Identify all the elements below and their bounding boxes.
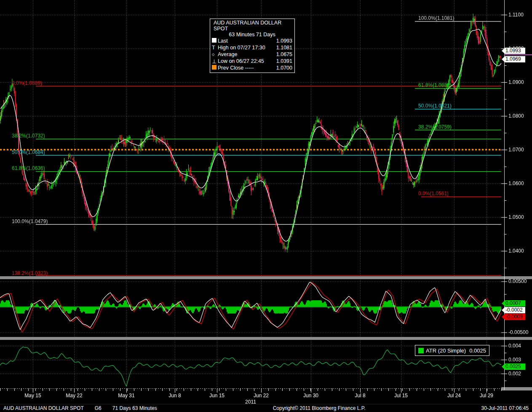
date-axis-label: Jul 8: [345, 393, 375, 399]
date-axis-label: May 31: [112, 393, 141, 399]
info-row-value: 1.1081: [276, 45, 292, 51]
fib-retracement-label[interactable]: 50.0%(1.0821): [418, 103, 452, 109]
status-copyright: Copyright© 2011 Bloomberg Finance L.P.: [157, 405, 481, 411]
oscillator-axis-label: -0.00500: [508, 329, 528, 335]
status-period: 71 Days 63 Minutes: [112, 405, 157, 411]
info-box-row: Last1.0993: [212, 38, 292, 44]
status-instrument: AUD AUSTRALIAN DOLLAR SPOT: [3, 405, 84, 411]
last-price-gutter-line: [504, 54, 532, 55]
low-marker-icon: ⊥: [212, 58, 218, 65]
atr-marker-tag[interactable]: 0.0025: [502, 364, 525, 370]
fib-retracement-label[interactable]: 100.0%(1.0479): [12, 218, 48, 224]
price-axis-label: 1.0400: [508, 248, 524, 254]
fib-retracement-label[interactable]: 38.2%(1.0732): [12, 133, 45, 139]
date-axis-label: Jul 15: [386, 393, 416, 399]
price-marker-tag[interactable]: 1.0969: [502, 56, 525, 62]
white-swatch-icon: [212, 38, 218, 44]
fib-retracement-label[interactable]: 50.0%(1.0684): [12, 149, 45, 155]
info-box-subtitle: 63 Minutes 71 Days: [212, 32, 292, 38]
info-box-row: THigh on 07/27 17:301.1081: [212, 44, 292, 51]
status-code: G6: [95, 405, 102, 411]
chart-info-box[interactable]: AUD AUSTRALIAN DOLLAR SPOT 63 Minutes 71…: [210, 19, 295, 73]
status-datetime: 30-Jul-2011 07:06:45: [481, 405, 529, 411]
info-row-label: Last: [218, 38, 276, 44]
info-box-title: AUD AUSTRALIAN DOLLAR SPOT: [212, 20, 292, 32]
fib-retracement-label[interactable]: 61.8%(1.0636): [12, 165, 45, 171]
atr-legend-label: ATR (20 Simple): [426, 347, 466, 354]
date-axis-label: Jun 8: [160, 393, 190, 399]
info-box-row: Prev Close -----1.0700: [212, 65, 292, 71]
atr-swatch-icon: [418, 348, 424, 353]
price-axis-label: 1.1100: [508, 12, 524, 18]
info-row-label: High on 07/27 17:30: [218, 45, 276, 51]
oscillator-axis-label: 0.00500: [508, 278, 527, 284]
info-box-row: ⊥Low on 06/27 22:451.0391: [212, 58, 292, 65]
atr-axis-label: 0.002: [508, 371, 521, 377]
date-axis-label: Jul 24: [439, 393, 469, 399]
bloomberg-chart-window: 1.11001.10001.09001.08001.07001.06001.05…: [0, 0, 532, 412]
oscillator-marker-tag[interactable]: -0.0002: [502, 307, 525, 313]
info-box-row: ⬦Average1.0675: [212, 51, 292, 58]
price-axis-label: 1.0600: [508, 180, 524, 186]
info-row-value: 1.0700: [276, 65, 292, 71]
info-row-label: Low on 06/27 22:45: [218, 58, 276, 64]
date-axis-label: May 15: [18, 393, 48, 399]
info-row-value: 1.0993: [276, 38, 292, 44]
date-axis-label: Jun 22: [246, 393, 276, 399]
atr-axis-label: 0.004: [508, 343, 521, 349]
price-marker-tag[interactable]: 1.0993: [502, 48, 525, 54]
info-row-label: Average: [218, 51, 276, 57]
date-axis-label: Jun 30: [296, 393, 326, 399]
average-marker-icon: ⬦: [212, 52, 218, 57]
price-axis-label: 1.0700: [508, 147, 524, 153]
atr-legend-value: 0.0025: [469, 347, 486, 354]
fib-retracement-label[interactable]: 38.2%(1.0759): [418, 124, 452, 130]
date-axis-label: May 22: [59, 393, 89, 399]
oscillator-marker-tag[interactable]: 0.0007: [502, 300, 525, 307]
high-marker-icon: T: [212, 45, 218, 51]
info-row-label: Prev Close -----: [218, 65, 276, 71]
oscillator-marker-tag[interactable]: -0.0009: [502, 314, 525, 320]
info-row-value: 1.0391: [276, 58, 292, 64]
atr-axis-label: 0.003: [508, 357, 521, 363]
orange-swatch-icon: [212, 65, 218, 71]
price-axis-label: 1.0900: [508, 79, 524, 85]
date-axis-label: Jun 15: [202, 393, 232, 399]
fib-retracement-label[interactable]: 138.2%(1.0323): [12, 270, 48, 276]
fib-retracement-label[interactable]: 61.8%(1.0882): [418, 82, 452, 88]
fib-retracement-label[interactable]: 0.0%(1.0889): [12, 80, 42, 86]
fib-retracement-label[interactable]: 100.0%(1.1081): [418, 15, 454, 21]
price-axis-label: 1.0500: [508, 214, 524, 220]
price-axis-label: 1.0800: [508, 113, 524, 119]
info-box-rows: Last1.0993THigh on 07/27 17:301.1081⬦Ave…: [212, 38, 292, 71]
status-bar: AUD AUSTRALIAN DOLLAR SPOT G6 71 Days 63…: [0, 404, 532, 412]
date-axis-label: Jul 29: [472, 393, 501, 399]
atr-legend[interactable]: ATR (20 Simple) 0.0025: [415, 345, 489, 356]
fib-retracement-label[interactable]: 0.0%(1.0561): [418, 191, 449, 197]
info-row-value: 1.0675: [276, 51, 292, 57]
